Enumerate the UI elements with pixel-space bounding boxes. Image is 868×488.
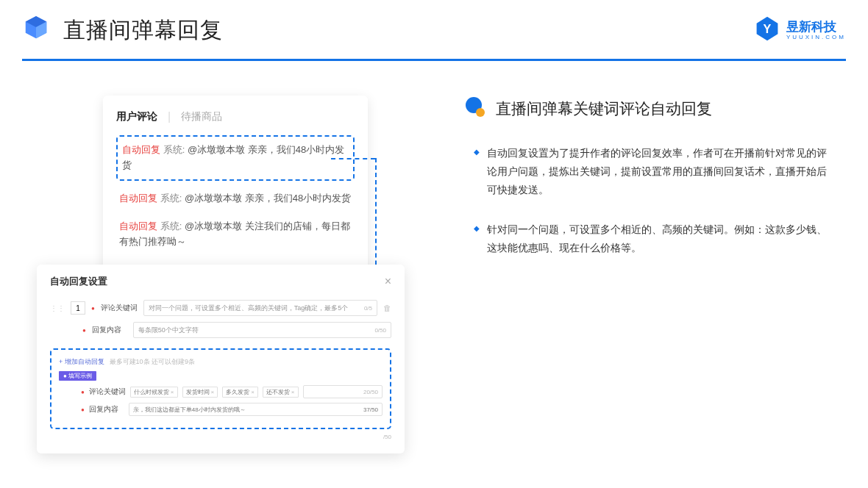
example-keyword-row: ● 评论关键词 什么时候发货× 发货时间× 多久发货× 还不发货× 20/50: [59, 385, 383, 398]
right-column: 直播间弹幕关键词评论自动回复 自动回复设置为了提升作者的评论回复效率，作者可在开…: [427, 96, 868, 278]
section-head: 直播间弹幕关键词评论自动回复: [463, 96, 831, 122]
required-dot-icon: ●: [81, 406, 85, 413]
ex-keyword-label: 评论关键词: [89, 387, 126, 397]
tag-remove-icon[interactable]: ×: [171, 389, 174, 395]
left-column: 用户评论 | 待播商品 自动回复 系统: @冰墩墩本墩 亲亲，我们48小时内发货…: [0, 96, 427, 278]
comment-card: 用户评论 | 待播商品 自动回复 系统: @冰墩墩本墩 亲亲，我们48小时内发货…: [103, 96, 368, 275]
tab-pending-goods[interactable]: 待播商品: [181, 110, 222, 123]
card-tabs: 用户评论 | 待播商品: [116, 110, 355, 123]
add-auto-reply-link[interactable]: + 增加自动回复: [59, 358, 104, 365]
ex-content-text: 亲，我们这边都是下单48小时内发货的哦～: [133, 406, 246, 414]
keyword-placeholder: 对同一个问题，可设置多个相近、高频的关键词，Tag确定，最多5个: [149, 304, 349, 313]
ex-content-counter: 37/50: [363, 406, 378, 413]
page-title: 直播间弹幕回复: [63, 15, 223, 46]
comment-row: 自动回复 系统: @冰墩墩本墩 亲亲，我们48小时内发货: [116, 188, 355, 209]
example-content-input[interactable]: 亲，我们这边都是下单48小时内发货的哦～ 37/50: [129, 403, 383, 416]
example-tag-item: 多久发货×: [222, 387, 258, 398]
trash-icon[interactable]: 🗑: [383, 304, 391, 312]
system-label: 系统:: [163, 144, 185, 155]
comment-text: @冰墩墩本墩 亲亲，我们48小时内发货: [185, 193, 351, 204]
add-hint: 最多可建10条 还可以创建9条: [110, 358, 196, 365]
tab-divider: |: [168, 110, 171, 123]
auto-reply-settings-modal: 自动回复设置 × ⋮⋮ 1 ● 评论关键词 对同一个问题，可设置多个相近、高频的…: [37, 265, 405, 453]
section-title: 直播间弹幕关键词评论自动回复: [496, 98, 712, 119]
example-tag-item: 什么时候发货×: [130, 387, 178, 398]
modal-header: 自动回复设置 ×: [50, 275, 391, 288]
cube-icon: [22, 15, 50, 46]
auto-reply-tag: 自动回复: [119, 193, 157, 204]
tag-remove-icon[interactable]: ×: [291, 389, 295, 395]
close-icon[interactable]: ×: [385, 275, 391, 288]
system-label: 系统:: [160, 220, 182, 232]
brand-url: YUUXIN.COM: [786, 35, 846, 40]
content-input[interactable]: 每条限50个中文字符 0/50: [133, 322, 391, 338]
content-row: ● 回复内容 每条限50个中文字符 0/50: [50, 322, 391, 338]
header-left: 直播间弹幕回复: [22, 15, 223, 46]
example-tag-item: 发货时间×: [182, 387, 218, 398]
example-tag-item: 还不发货×: [263, 387, 299, 398]
brand: Y 昱新科技 YUUXIN.COM: [754, 15, 846, 45]
brand-name: 昱新科技: [786, 21, 846, 33]
auto-reply-tag: 自动回复: [122, 144, 160, 155]
bubble-icon: [463, 96, 487, 122]
content-placeholder: 每条限50个中文字符: [138, 326, 199, 335]
example-tag-input[interactable]: 20/50: [303, 385, 383, 398]
required-dot-icon: ●: [82, 327, 86, 334]
example-content-row: ● 回复内容 亲，我们这边都是下单48小时内发货的哦～ 37/50: [59, 403, 383, 416]
keyword-label: 评论关键词: [101, 303, 138, 313]
bullet-item: 自动回复设置为了提升作者的评论回复效率，作者可在开播前针对常见的评论用户问题，提…: [474, 144, 831, 200]
bullet-item: 针对同一个问题，可设置多个相近的、高频的关键词。例如：这款多少钱、这块能优惠吗、…: [474, 220, 831, 257]
comment-row: 自动回复 系统: @冰墩墩本墩 关注我们的店铺，每日都有热门推荐呦～: [116, 216, 355, 253]
keyword-row: ⋮⋮ 1 ● 评论关键词 对同一个问题，可设置多个相近、高频的关键词，Tag确定…: [50, 300, 391, 316]
required-dot-icon: ●: [81, 389, 85, 395]
ex-tag-counter: 20/50: [363, 389, 378, 395]
tab-user-comments[interactable]: 用户评论: [116, 110, 157, 123]
tag-remove-icon[interactable]: ×: [251, 389, 255, 395]
auto-reply-tag: 自动回复: [119, 220, 157, 232]
modal-title: 自动回复设置: [50, 275, 107, 288]
connector-line: [331, 158, 375, 159]
brand-text: 昱新科技 YUUXIN.COM: [786, 21, 846, 40]
extra-counter: /50: [383, 434, 391, 440]
bullet-list: 自动回复设置为了提升作者的评论回复效率，作者可在开播前针对常见的评论用户问题，提…: [463, 144, 831, 257]
comment-row-highlighted: 自动回复 系统: @冰墩墩本墩 亲亲，我们48小时内发货: [116, 135, 355, 181]
keyword-counter: 0/5: [364, 305, 372, 312]
form-area: ⋮⋮ 1 ● 评论关键词 对同一个问题，可设置多个相近、高频的关键词，Tag确定…: [50, 300, 391, 440]
ex-content-label: 回复内容: [89, 404, 124, 415]
keyword-input[interactable]: 对同一个问题，可设置多个相近、高频的关键词，Tag确定，最多5个 0/5: [143, 300, 377, 316]
brand-logo-icon: Y: [754, 15, 780, 45]
required-dot-icon: ●: [91, 305, 95, 312]
page-header: 直播间弹幕回复 Y 昱新科技 YUUXIN.COM: [22, 15, 846, 61]
content-label: 回复内容: [92, 325, 127, 335]
svg-point-2: [476, 108, 485, 117]
main-content: 用户评论 | 待播商品 自动回复 系统: @冰墩墩本墩 亲亲，我们48小时内发货…: [0, 96, 868, 278]
drag-handle-icon[interactable]: ⋮⋮: [50, 304, 65, 312]
example-tag: ● 填写示例: [59, 371, 96, 381]
system-label: 系统:: [160, 193, 182, 204]
svg-text:Y: Y: [763, 22, 771, 35]
example-block: + 增加自动回复 最多可建10条 还可以创建9条 ● 填写示例 ● 评论关键词 …: [50, 348, 391, 429]
add-row: + 增加自动回复 最多可建10条 还可以创建9条: [59, 357, 383, 367]
tag-remove-icon[interactable]: ×: [211, 389, 215, 395]
index-box: 1: [71, 301, 85, 315]
content-counter: 0/50: [374, 327, 386, 334]
